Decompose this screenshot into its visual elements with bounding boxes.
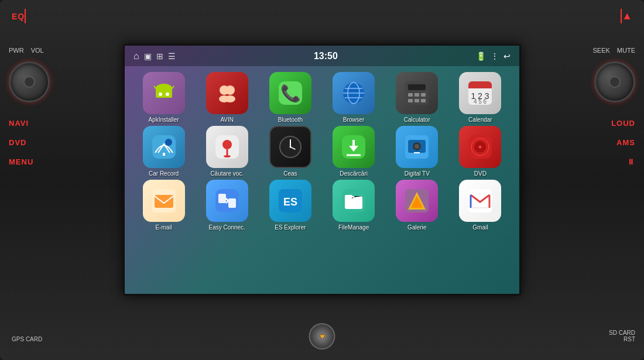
app-label-bluetooth: Bluetooth <box>278 116 303 123</box>
back-icon[interactable]: ↩ <box>503 52 511 61</box>
svg-rect-19 <box>408 93 413 97</box>
ams-button[interactable]: AMS <box>616 138 635 147</box>
app-icon-easyconnect <box>206 180 248 222</box>
apps-icon[interactable]: ⊞ <box>156 52 163 61</box>
svg-point-35 <box>224 155 231 157</box>
app-item-ceas[interactable]: Ceas <box>260 126 320 177</box>
app-label-digitaltv: Digital TV <box>405 170 430 177</box>
app-item-easyconnect[interactable]: Easy Connec. <box>197 180 257 231</box>
svg-rect-24 <box>421 99 426 102</box>
app-item-dvd[interactable]: DVD <box>450 126 511 177</box>
app-item-digitaltv[interactable]: Digital TV <box>387 126 447 177</box>
knob-inner <box>23 76 35 88</box>
top-indicator-left <box>25 9 26 23</box>
svg-text:ES: ES <box>283 196 297 208</box>
menu-button[interactable]: MENU <box>9 157 50 166</box>
app-icon-calendar: 1 2 34 5 6 <box>459 72 501 114</box>
svg-rect-58 <box>218 194 226 203</box>
battery-icon: 🔋 <box>476 52 486 61</box>
app-icon-carrecord <box>143 126 185 168</box>
app-icon-bluetooth: 📞 <box>269 72 311 114</box>
app-item-filemanage[interactable]: FileManage <box>323 180 383 231</box>
app-item-avin[interactable]: AVIN <box>197 72 257 123</box>
app-item-apkinstaller[interactable]: ApkInstaller <box>133 72 194 123</box>
app-label-galerie: Galerie <box>407 224 426 231</box>
app-grid: ApkInstallerAVIN📞BluetoothBrowserCalcula… <box>125 66 519 236</box>
app-label-apkinstaller: ApkInstaller <box>148 116 179 123</box>
app-item-carrecord[interactable]: Car Record <box>133 126 194 177</box>
app-label-easyconnect: Easy Connec. <box>209 224 245 231</box>
app-item-cautare[interactable]: Căutare voc. <box>197 126 257 177</box>
svg-text:4 5 6: 4 5 6 <box>474 98 487 105</box>
play-pause-button[interactable]: ⏸ <box>627 157 635 166</box>
svg-point-48 <box>415 144 419 149</box>
top-bar: EQ ▲ <box>0 0 644 32</box>
left-knob[interactable] <box>9 61 50 102</box>
sd-card-label: SD CARD RST <box>609 330 635 342</box>
right-controls: SEEK MUTE LOUD AMS ⏸ <box>592 47 635 166</box>
navi-button[interactable]: NAVI <box>9 119 50 128</box>
svg-rect-1 <box>156 88 172 98</box>
app-item-email[interactable]: E-mail <box>133 180 194 231</box>
app-icon-avin <box>206 72 248 114</box>
seek-mute-labels: SEEK MUTE <box>592 47 635 54</box>
app-item-calendar[interactable]: 1 2 34 5 6Calendar <box>450 72 511 123</box>
loud-button[interactable]: LOUD <box>611 119 635 128</box>
app-label-cautare: Căutare voc. <box>210 170 244 177</box>
right-knob[interactable] <box>594 61 635 102</box>
app-label-calendar: Calendar <box>468 116 492 123</box>
screen: ⌂ ▣ ⊞ ☰ 13:50 🔋 ⋮ ↩ ApkInstallerAVIN📞Blu… <box>123 44 521 296</box>
app-label-email: E-mail <box>155 224 172 231</box>
app-label-avin: AVIN <box>220 116 234 123</box>
gps-card-label: GPS CARD <box>12 336 42 342</box>
app-icon-email <box>143 180 185 222</box>
svg-rect-23 <box>415 99 419 102</box>
app-label-ceas: Ceas <box>283 170 297 177</box>
app-item-browser[interactable]: Browser <box>323 72 383 123</box>
mute-label: MUTE <box>617 47 635 54</box>
svg-point-2 <box>159 92 162 96</box>
app-item-esexplorer[interactable]: ESES Explorer <box>260 180 320 231</box>
app-item-bluetooth[interactable]: 📞Bluetooth <box>260 72 320 123</box>
dvd-button[interactable]: DVD <box>9 138 50 147</box>
svg-rect-18 <box>408 84 426 90</box>
more-icon[interactable]: ⋮ <box>491 52 499 61</box>
pwr-label: PWR <box>9 47 24 54</box>
right-knob-inner <box>609 76 621 88</box>
svg-point-3 <box>166 92 169 96</box>
svg-point-31 <box>165 139 172 146</box>
app-item-gmail[interactable]: Gmail <box>450 180 511 231</box>
svg-rect-64 <box>345 195 352 198</box>
app-label-browser: Browser <box>343 116 365 123</box>
app-label-gmail: Gmail <box>472 224 488 231</box>
app-icon-dvd <box>459 126 501 168</box>
seek-label: SEEK <box>592 47 609 54</box>
task-icon[interactable]: ☰ <box>168 52 176 61</box>
app-label-carrecord: Car Record <box>149 170 179 177</box>
svg-rect-22 <box>408 99 413 102</box>
home-icon[interactable]: ⌂ <box>133 51 139 61</box>
left-controls: PWR VOL NAVI DVD MENU <box>9 47 50 166</box>
app-icon-ceas <box>269 126 311 168</box>
svg-point-33 <box>222 140 232 149</box>
app-item-galerie[interactable]: Galerie <box>387 180 447 231</box>
svg-rect-20 <box>415 93 419 97</box>
side-buttons-right: LOUD AMS ⏸ <box>611 119 635 166</box>
svg-rect-21 <box>421 93 426 97</box>
app-icon-esexplorer: ES <box>269 180 311 222</box>
svg-text:📞: 📞 <box>280 84 300 103</box>
svg-point-7 <box>225 85 235 95</box>
status-right: 🔋 ⋮ ↩ <box>476 52 511 61</box>
app-item-descarcari[interactable]: Descărcări <box>323 126 383 177</box>
app-label-esexplorer: ES Explorer <box>275 224 306 231</box>
app-icon-digitaltv <box>396 126 438 168</box>
app-item-calculator[interactable]: Calculator <box>387 72 447 123</box>
unit-logo: 🦁 <box>309 323 335 349</box>
window-icon[interactable]: ▣ <box>144 52 152 61</box>
eject-icon[interactable]: ▲ <box>622 10 632 22</box>
app-icon-gmail <box>459 180 501 222</box>
svg-point-9 <box>225 95 235 102</box>
app-icon-browser <box>333 72 375 114</box>
app-icon-galerie <box>396 180 438 222</box>
app-label-descarcari: Descărcări <box>340 170 368 177</box>
